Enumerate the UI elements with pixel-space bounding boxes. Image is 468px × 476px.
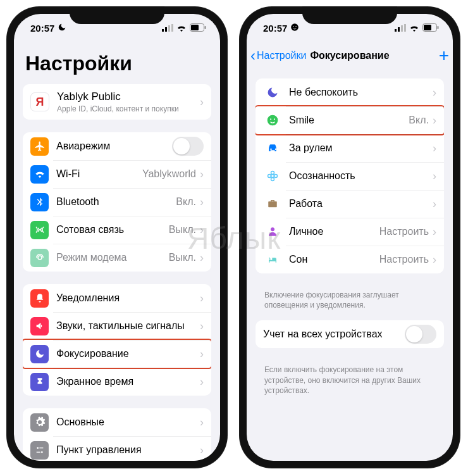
smile-status-icon	[290, 23, 299, 34]
svg-point-16	[292, 23, 299, 31]
share-group: Учет на всех устройствах	[256, 320, 444, 348]
notch	[70, 6, 164, 24]
smile-icon	[263, 114, 281, 127]
chevron-right-icon: ›	[200, 251, 204, 265]
svg-point-7	[39, 229, 40, 230]
svg-rect-1	[165, 27, 167, 32]
bluetooth-value: Вкл.	[176, 196, 196, 208]
sleep-value: Настроить	[379, 254, 429, 265]
svg-point-30	[271, 172, 274, 175]
wifi-icon	[409, 23, 419, 34]
cellular-row[interactable]: Сотовая связь Выкл. ›	[23, 216, 211, 244]
general-group: Основные › Пункт управления › Экран и яр…	[23, 408, 211, 461]
wifi-value: Yablykworld	[142, 168, 196, 180]
moon-icon	[30, 345, 49, 363]
svg-point-8	[37, 447, 39, 449]
svg-point-31	[271, 178, 274, 181]
bluetooth-row[interactable]: Bluetooth Вкл. ›	[23, 188, 211, 216]
svg-rect-0	[162, 29, 164, 32]
control-center-row[interactable]: Пункт управления ›	[23, 436, 211, 461]
chevron-right-icon: ›	[433, 142, 436, 155]
notifications-group: Уведомления › Звуки, тактильные сигналы …	[23, 284, 211, 396]
screentime-row[interactable]: Экранное время ›	[23, 368, 211, 396]
svg-rect-9	[39, 448, 43, 448]
general-row[interactable]: Основные ›	[23, 408, 211, 436]
screen-right: 20:57 ‹ Настройк	[247, 14, 453, 461]
focus-footer-2: Если включить фокусирование на этом устр…	[256, 361, 444, 406]
share-across-devices-row[interactable]: Учет на всех устройствах	[256, 320, 444, 348]
svg-rect-19	[395, 29, 397, 32]
chevron-right-icon: ›	[200, 223, 204, 237]
sleep-row[interactable]: Сон Настроить ›	[256, 246, 444, 273]
chevron-right-icon: ›	[200, 96, 204, 109]
personal-value: Настроить	[379, 226, 429, 237]
person-icon	[263, 225, 281, 238]
cellular-icon	[395, 23, 406, 34]
apple-id-row[interactable]: Я Yablyk Public Apple ID, iCloud, контен…	[23, 84, 211, 120]
driving-row[interactable]: За рулем ›	[256, 134, 444, 162]
cellular-settings-icon	[30, 221, 49, 239]
notifications-row[interactable]: Уведомления ›	[23, 284, 211, 312]
svg-point-10	[41, 451, 43, 453]
chevron-right-icon: ›	[433, 114, 436, 127]
airplane-icon	[30, 137, 49, 156]
svg-rect-22	[404, 24, 406, 32]
hotspot-value: Выкл.	[169, 252, 196, 263]
profile-group: Я Yablyk Public Apple ID, iCloud, контен…	[23, 84, 211, 120]
chevron-right-icon: ›	[200, 168, 204, 181]
svg-rect-11	[36, 452, 40, 453]
airplane-toggle[interactable]	[172, 137, 204, 156]
chevron-right-icon: ›	[200, 320, 204, 333]
svg-rect-2	[168, 25, 170, 32]
dnd-row[interactable]: Не беспокоить ›	[256, 78, 444, 106]
moon-icon	[263, 86, 281, 99]
svg-rect-25	[438, 26, 439, 29]
chevron-right-icon: ›	[200, 348, 204, 361]
briefcase-icon	[263, 198, 281, 210]
chevron-right-icon: ›	[200, 444, 204, 457]
gear-icon	[30, 413, 49, 432]
connectivity-group: Авиарежим Wi-Fi Yablykworld › Bluetooth	[23, 132, 211, 272]
work-row[interactable]: Работа ›	[256, 190, 444, 218]
wifi-settings-icon	[30, 165, 49, 184]
svg-rect-6	[205, 26, 206, 29]
mindfulness-icon	[263, 170, 281, 182]
svg-rect-21	[401, 25, 403, 32]
svg-point-17	[293, 26, 295, 27]
svg-point-26	[267, 115, 278, 126]
chevron-right-icon: ›	[200, 375, 204, 389]
speaker-icon	[30, 317, 49, 335]
focus-modes-group: Не беспокоить › Smile Вкл. › За рулем	[256, 78, 444, 273]
svg-point-28	[273, 118, 274, 120]
hotspot-icon	[30, 249, 49, 267]
cellular-value: Выкл.	[169, 224, 196, 235]
profile-name: Yablyk Public	[57, 91, 200, 103]
screen-left: 20:57 Настройки	[14, 14, 220, 461]
chevron-right-icon: ›	[433, 253, 436, 266]
svg-rect-20	[398, 27, 400, 32]
status-time: 20:57	[30, 23, 54, 34]
share-toggle[interactable]	[405, 325, 436, 344]
add-focus-button[interactable]: +	[439, 47, 449, 65]
wifi-row[interactable]: Wi-Fi Yablykworld ›	[23, 160, 211, 188]
chevron-right-icon: ›	[200, 292, 204, 305]
sounds-row[interactable]: Звуки, тактильные сигналы ›	[23, 312, 211, 340]
personal-row[interactable]: Личное Настроить ›	[256, 218, 444, 246]
hourglass-icon	[30, 373, 49, 391]
chevron-right-icon: ›	[433, 86, 436, 99]
hotspot-row[interactable]: Режим модема Выкл. ›	[23, 244, 211, 272]
chevron-left-icon: ‹	[250, 48, 256, 63]
svg-rect-24	[424, 25, 431, 30]
airplane-row[interactable]: Авиарежим	[23, 132, 211, 160]
mindfulness-row[interactable]: Осознанность ›	[256, 162, 444, 190]
back-button[interactable]: ‹ Настройки	[250, 48, 306, 63]
profile-subtitle: Apple ID, iCloud, контент и покупки	[57, 104, 200, 113]
bed-icon	[263, 254, 281, 265]
cellular-icon	[162, 23, 173, 34]
battery-icon	[422, 23, 439, 34]
smile-row[interactable]: Smile Вкл. ›	[256, 106, 444, 134]
phone-left: 20:57 Настройки	[6, 6, 228, 468]
focus-footer-1: Включение фокусирования заглушает оповещ…	[256, 286, 444, 320]
focus-row[interactable]: Фокусирование ›	[23, 340, 211, 368]
sliders-icon	[30, 441, 49, 460]
